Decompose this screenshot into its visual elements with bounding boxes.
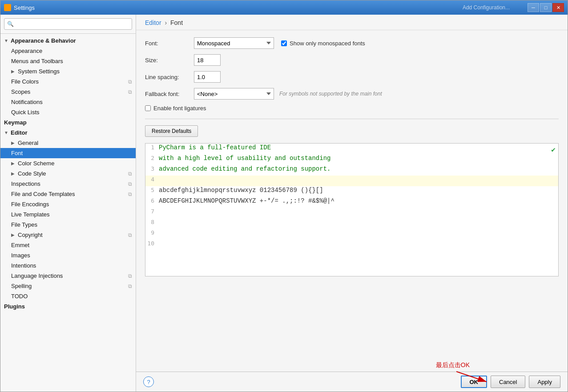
chevron-right-icon: ▶ <box>11 171 16 176</box>
page-icon: ⧉ <box>128 89 132 95</box>
app-icon <box>4 4 11 11</box>
bottom-bar: ? 最后点击OK <box>136 372 568 392</box>
sidebar-item-general[interactable]: ▶ General <box>0 138 136 148</box>
linespacing-row: Line spacing: <box>145 71 559 83</box>
code-line-3: 3 advanced code editing and refactoring … <box>145 165 558 176</box>
sidebar: 🔍 ▼ Appearance & Behavior Appearance Men… <box>0 15 136 392</box>
minimize-button[interactable]: ─ <box>528 3 539 12</box>
settings-window: Settings Add Configuration... ─ □ ✕ 🔍 ▼ … <box>0 0 568 392</box>
code-line-5: 5 abcdefghijklmnopqrstuvwxyz 0123456789 … <box>145 186 558 197</box>
font-settings-area: Font: Monospaced Show only monospaced fo… <box>136 30 568 372</box>
annotation-arrow <box>456 369 492 386</box>
code-line-4: 4 <box>145 176 558 186</box>
code-line-2: 2 with a high level of usability and out… <box>145 154 558 165</box>
arrow-svg <box>456 369 492 385</box>
linespacing-input[interactable] <box>194 71 221 83</box>
sidebar-item-emmet[interactable]: Emmet <box>0 240 136 250</box>
sidebar-item-file-types[interactable]: File Types <box>0 220 136 230</box>
code-line-8: 8 <box>145 218 558 229</box>
page-icon: ⧉ <box>128 171 132 177</box>
code-line-1: 1 PyCharm is a full-featured IDE <box>145 144 558 154</box>
sidebar-item-system-settings[interactable]: ▶ System Settings <box>0 66 136 76</box>
fallback-select[interactable]: <None> <box>194 88 274 100</box>
sidebar-item-live-templates[interactable]: Live Templates <box>0 209 136 220</box>
settings-tree: ▼ Appearance & Behavior Appearance Menus… <box>0 34 136 392</box>
check-icon: ✔ <box>551 145 556 154</box>
sidebar-item-keymap[interactable]: Keymap <box>0 117 136 128</box>
ligatures-checkbox[interactable] <box>145 105 151 111</box>
size-label: Size: <box>145 57 194 64</box>
sidebar-item-images[interactable]: Images <box>0 250 136 260</box>
fallback-label: Fallback font: <box>145 91 194 97</box>
breadcrumb-sep: › <box>165 19 167 26</box>
font-label: Font: <box>145 40 194 47</box>
code-line-10: 10 <box>145 240 558 250</box>
search-box: 🔍 <box>0 15 136 34</box>
close-button[interactable]: ✕ <box>552 3 564 12</box>
search-icon: 🔍 <box>7 21 14 27</box>
sidebar-item-editor[interactable]: ▼ Editor <box>0 128 136 138</box>
fallback-hint: For symbols not supported by the main fo… <box>279 91 382 97</box>
chevron-down-icon: ▼ <box>4 130 9 135</box>
size-input[interactable] <box>194 54 221 66</box>
page-icon: ⧉ <box>128 181 132 187</box>
chevron-right-icon: ▶ <box>11 69 16 74</box>
show-monospaced-checkbox[interactable] <box>281 40 287 46</box>
sidebar-item-spelling[interactable]: Spelling ⧉ <box>0 281 136 291</box>
sidebar-item-todo[interactable]: TODO <box>0 291 136 301</box>
sidebar-item-color-scheme[interactable]: ▶ Color Scheme <box>0 158 136 168</box>
search-input[interactable] <box>4 18 132 30</box>
window-title: Settings <box>14 4 463 11</box>
sidebar-item-notifications[interactable]: Notifications <box>0 97 136 107</box>
sidebar-item-language-injections[interactable]: Language Injections ⧉ <box>0 271 136 281</box>
breadcrumb-current: Font <box>170 19 183 26</box>
annotation-container: 最后点击OK <box>436 361 470 369</box>
sidebar-item-menus-toolbars[interactable]: Menus and Toolbars <box>0 56 136 66</box>
ligatures-row: Enable font ligatures <box>145 105 559 112</box>
sidebar-item-inspections[interactable]: Inspections ⧉ <box>0 179 136 189</box>
right-panel: Editor › Font Font: Monospaced Show only… <box>136 15 568 392</box>
code-line-9: 9 <box>145 229 558 240</box>
maximize-button[interactable]: □ <box>540 3 552 12</box>
sidebar-item-copyright[interactable]: ▶ Copyright ⧉ <box>0 230 136 240</box>
sidebar-item-appearance[interactable]: Appearance <box>0 46 136 56</box>
sidebar-item-appearance-behavior[interactable]: ▼ Appearance & Behavior <box>0 36 136 46</box>
code-line-7: 7 <box>145 208 558 218</box>
search-wrapper: 🔍 <box>4 18 132 30</box>
main-content: 🔍 ▼ Appearance & Behavior Appearance Men… <box>0 15 568 392</box>
font-select[interactable]: Monospaced <box>194 37 274 49</box>
code-preview: ✔ 1 PyCharm is a full-featured IDE 2 wit… <box>145 143 559 276</box>
code-line-6: 6 ABCDEFGHIJKLMNOPQRSTUVWXYZ +-*/= .,;:!… <box>145 197 558 208</box>
sidebar-item-plugins[interactable]: Plugins <box>0 301 136 312</box>
fallback-row: Fallback font: <None> For symbols not su… <box>145 88 559 100</box>
breadcrumb: Editor › Font <box>136 15 568 30</box>
code-lines: 1 PyCharm is a full-featured IDE 2 with … <box>145 144 558 250</box>
restore-defaults-button[interactable]: Restore Defaults <box>145 125 198 137</box>
help-button[interactable]: ? <box>143 376 154 387</box>
page-icon: ⧉ <box>128 283 132 289</box>
page-icon: ⧉ <box>128 232 132 238</box>
sidebar-item-file-colors[interactable]: File Colors ⧉ <box>0 76 136 87</box>
ligatures-label[interactable]: Enable font ligatures <box>153 105 206 112</box>
window-controls: ─ □ ✕ <box>528 3 564 12</box>
title-bar: Settings Add Configuration... ─ □ ✕ <box>0 0 568 15</box>
divider <box>145 119 559 119</box>
sidebar-item-file-encodings[interactable]: File Encodings <box>0 199 136 209</box>
sidebar-item-file-code-templates[interactable]: File and Code Templates ⧉ <box>0 189 136 199</box>
annotation-text: 最后点击OK <box>436 361 470 368</box>
sidebar-item-intentions[interactable]: Intentions <box>0 260 136 271</box>
sidebar-item-font[interactable]: Font <box>0 148 136 158</box>
apply-button[interactable]: Apply <box>529 376 560 388</box>
page-icon: ⧉ <box>128 273 132 279</box>
breadcrumb-parent[interactable]: Editor <box>145 19 161 26</box>
sidebar-item-code-style[interactable]: ▶ Code Style ⧉ <box>0 168 136 179</box>
sidebar-item-quick-lists[interactable]: Quick Lists <box>0 107 136 117</box>
font-row: Font: Monospaced Show only monospaced fo… <box>145 37 559 49</box>
size-row: Size: <box>145 54 559 66</box>
cancel-button[interactable]: Cancel <box>491 376 525 388</box>
show-monospaced-label[interactable]: Show only monospaced fonts <box>290 40 365 47</box>
chevron-down-icon: ▼ <box>4 38 9 43</box>
page-icon: ⧉ <box>128 79 132 85</box>
sidebar-item-scopes[interactable]: Scopes ⧉ <box>0 87 136 97</box>
blurred-title: Add Configuration... <box>463 4 510 11</box>
